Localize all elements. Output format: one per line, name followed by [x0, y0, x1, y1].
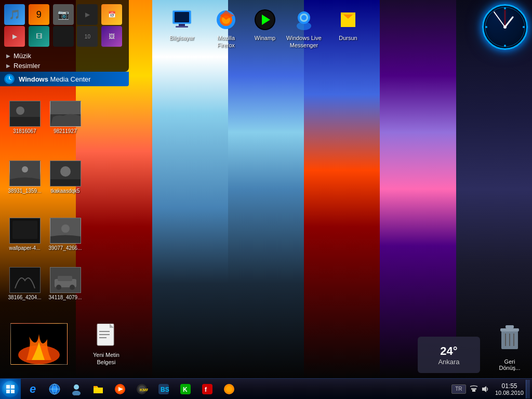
svg-rect-76 [202, 384, 212, 394]
taskbar-explorer[interactable] [88, 380, 109, 398]
yeni-metin-label: Yeni MetinBelgesi [93, 351, 119, 366]
thumb-img-7 [9, 267, 41, 293]
fire-desktop-image[interactable] [8, 321, 70, 368]
thumb-img-5 [9, 218, 41, 244]
taskbar-flash[interactable]: f [197, 380, 218, 398]
weather-temp: 24° [440, 344, 457, 358]
taskbar-media[interactable] [110, 380, 130, 398]
svg-point-34 [70, 285, 75, 290]
thumb-label-6: 39077_4266... [49, 245, 82, 251]
thumb-label-5: wallpaper-4... [9, 245, 40, 251]
svg-point-16 [16, 107, 24, 115]
svg-rect-26 [12, 221, 37, 239]
svg-rect-57 [11, 385, 15, 389]
arrow-icon-2: ▶ [6, 63, 10, 69]
svg-rect-81 [471, 388, 476, 390]
weather-widget: 24° Ankara [418, 337, 480, 373]
taskbar-browser[interactable] [44, 380, 65, 398]
tile-6[interactable]: ▶ [4, 26, 25, 47]
svg-text:KMP: KMP [140, 388, 148, 392]
taskbar: e [0, 378, 532, 399]
tray-time[interactable]: 01:55 10.08.2010 [495, 382, 524, 396]
top-widget: 🎵 9 📷 ▶ 📅 ▶ 🎞 10 🖼 ▶ Müzik ▶ Resimler ▶ … [0, 0, 129, 72]
muzik-menu-item[interactable]: ▶ Müzik [4, 51, 125, 61]
taskbar-kmp[interactable]: KMP [131, 380, 152, 398]
taskbar-extra[interactable] [219, 380, 240, 398]
firefox-img [214, 7, 238, 32]
taskbar-ie[interactable]: e [22, 380, 43, 398]
tile-3[interactable]: 📷 [53, 4, 74, 25]
taskbar-pinned: e [22, 379, 240, 399]
svg-rect-38 [99, 331, 110, 332]
thumb-img-1 [9, 101, 41, 127]
svg-text:K: K [183, 386, 188, 393]
tile-7[interactable]: 🎞 [29, 26, 49, 47]
wmc-title-rest: Media Center [48, 75, 91, 83]
thumb-img-2 [50, 101, 81, 127]
thumb-38166[interactable]: 38166_4204... [5, 265, 44, 302]
svg-line-46 [505, 17, 513, 27]
tile-10[interactable]: 🖼 [101, 26, 122, 47]
thumb-img-3 [9, 161, 41, 187]
svg-point-33 [56, 285, 61, 290]
recycle-bin[interactable]: GeriDönüş... [491, 321, 528, 373]
weather-city: Ankara [438, 358, 459, 366]
thumb-wallpaper4[interactable]: wallpaper-4... [5, 216, 44, 253]
svg-point-43 [523, 26, 525, 28]
firefox-label: MozillaFirefox [217, 34, 235, 49]
svg-point-13 [297, 22, 311, 30]
winamp-label: Winamp [255, 34, 275, 42]
dursun-icon[interactable]: Dursun [327, 5, 369, 44]
svg-rect-59 [11, 390, 15, 393]
taskbar-contacts[interactable] [66, 380, 87, 398]
thumb-39077[interactable]: 39077_4266... [46, 216, 85, 253]
svg-point-42 [504, 7, 506, 9]
recycle-bin-icon [497, 323, 522, 356]
taskbar-kaspersky[interactable]: K [175, 380, 196, 398]
tray-volume-icon[interactable] [481, 384, 490, 394]
winamp-img [252, 7, 277, 32]
yeni-metin-belgesi-icon[interactable]: Yeni MetinBelgesi [84, 322, 128, 368]
thumb-img-4 [50, 161, 81, 187]
thumb-38931[interactable]: 38931_1359... [5, 158, 44, 196]
thumb-label-4: tkakaasdqk5 [50, 188, 79, 194]
thumb-tkakaasdqk5[interactable]: tkakaasdqk5 [46, 158, 85, 196]
svg-point-44 [504, 45, 506, 47]
tray-network-icon[interactable] [469, 384, 478, 394]
show-desktop-button[interactable] [526, 380, 530, 398]
winamp-icon[interactable]: Winamp [244, 5, 286, 44]
tile-9[interactable]: 10 [77, 26, 98, 47]
start-orb [2, 381, 19, 397]
svg-rect-14 [341, 12, 355, 15]
tile-2[interactable]: 9 [29, 4, 49, 25]
widget-grid: 🎵 9 📷 ▶ 📅 ▶ 🎞 10 🖼 [4, 4, 125, 47]
bilgisayar-icon[interactable]: Bilgisayar [161, 5, 203, 44]
thumb-34118[interactable]: 34118_4079... [46, 265, 85, 302]
lang-button[interactable]: TR [451, 384, 466, 394]
svg-rect-52 [506, 325, 514, 328]
thumb-98211927[interactable]: 98211927 [46, 99, 85, 136]
wmc-bar[interactable]: Windows Media Center [0, 72, 129, 86]
resimler-menu-item[interactable]: ▶ Resimler [4, 61, 125, 71]
tile-8[interactable] [53, 26, 74, 47]
thumb-31816067[interactable]: 31816067 [5, 99, 44, 136]
system-tray: TR 01:55 10.08.2010 [449, 379, 532, 400]
taskbar-bs[interactable]: BS [153, 380, 174, 398]
clock-face [482, 4, 528, 50]
start-button[interactable] [0, 379, 21, 400]
messenger-icon[interactable]: Windows LiveMessenger [283, 5, 325, 51]
tile-5[interactable]: 📅 [101, 4, 122, 25]
firefox-icon[interactable]: MozillaFirefox [205, 5, 247, 51]
messenger-label: Windows LiveMessenger [286, 34, 322, 49]
svg-rect-2 [175, 12, 189, 22]
fire-img [10, 323, 68, 365]
muzik-label: Müzik [14, 52, 31, 60]
yeni-metin-img [94, 324, 119, 349]
svg-point-45 [485, 26, 487, 28]
svg-point-79 [226, 386, 232, 392]
thumb-label-3: 38931_1359... [8, 188, 42, 194]
tile-1[interactable]: 🎵 [4, 4, 25, 25]
bilgisayar-label: Bilgisayar [169, 34, 194, 42]
svg-point-12 [301, 15, 307, 20]
tile-4[interactable]: ▶ [77, 4, 98, 25]
